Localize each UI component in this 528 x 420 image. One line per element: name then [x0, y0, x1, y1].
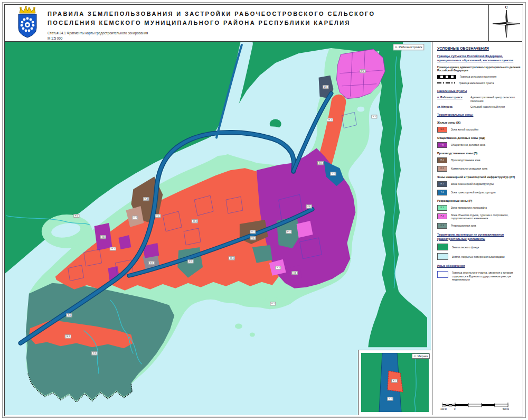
scale-bar: 100 м 0 500 м	[442, 402, 510, 413]
legend-divider	[432, 42, 432, 415]
compass-rose: С	[490, 5, 523, 40]
nature-islet-3	[250, 332, 255, 337]
settlement-desc: Административный центр сельского поселен…	[470, 96, 521, 102]
settlement-boundary-symbol	[437, 75, 456, 79]
zone-label: Производственная зона	[451, 158, 480, 162]
zone-label: Общественно-деловая зона	[451, 143, 485, 147]
nature-islet-1	[263, 297, 282, 309]
legend-zones-heading: Территориальные зоны:	[437, 113, 521, 117]
page-title: ПРАВИЛА ЗЕМЛЕПОЛЬЗОВАНИЯ И ЗАСТРОЙКИ РАБ…	[48, 10, 480, 27]
noreglament-label: Земли, покрытые поверхностными водами	[452, 255, 504, 259]
egrn-label: Граница земельного участка, сведения о к…	[452, 271, 521, 282]
inset-title: ст. Мягрека	[412, 353, 430, 359]
compass-divider	[488, 5, 489, 41]
subtitle-article: Статья 24.1 Фрагменты карты градостроите…	[48, 31, 480, 36]
noreglament-label: Земли лесного фонда	[452, 246, 479, 249]
legend-noreglament-heading: Территории, на которые не устанавливаютс…	[437, 233, 521, 241]
zone-swatch: И-1	[437, 181, 447, 187]
zone-group-title: Рекреационные зоны (Р)	[437, 199, 521, 202]
zone-label: Рекреационная зона	[451, 224, 476, 228]
egrn-parcel-swatch	[437, 271, 448, 278]
compass-star-icon	[491, 9, 522, 39]
zone-label: Зона природного ландшафта	[451, 206, 487, 210]
scale-label-zero: 0	[454, 408, 456, 410]
scale-bar-graphic	[442, 403, 510, 409]
forest-land-swatch	[437, 244, 448, 250]
settlement-name: ст. Мягрека	[437, 105, 467, 108]
settlement-desc: Сельский населенный пункт	[470, 105, 505, 109]
legend-item-label: Граница сельского поселения	[460, 75, 496, 79]
zone-label: Зона объектов отдыха, туризма и спортивн…	[451, 213, 521, 220]
zone-group-title: Производственные зоны (П)	[437, 152, 521, 155]
zone-swatch: Р-2	[437, 213, 447, 219]
legend-other-heading: Иные обозначения	[437, 264, 521, 268]
zone-swatch: Ж-1	[437, 127, 447, 133]
map-sheet: ПРАВИЛА ЗЕМЛЕПОЛЬЗОВАНИЯ И ЗАСТРОЙКИ РАБ…	[0, 0, 528, 420]
nature-islet-2	[235, 323, 242, 329]
inset-zone-label-residential: Ж-1	[391, 379, 398, 382]
compass-north-label: С	[490, 5, 523, 9]
legend-item-label: Граница населенного пункта	[459, 81, 494, 85]
legend-title: УСЛОВНЫЕ ОБОЗНАЧЕНИЯ	[437, 46, 521, 50]
surface-water-swatch	[437, 253, 448, 260]
coat-of-arms	[16, 6, 39, 41]
legend-borders-heading: Границы субъектов Российской Федерации, …	[437, 54, 521, 63]
zone-group-title: Зоны инженерной и транспортной инфрастру…	[437, 175, 521, 179]
zone-label: Зона транспортной инфраструктуры	[451, 191, 496, 194]
settlement-name: п. Рабочеостровск	[437, 96, 467, 99]
legend-settlements-heading: Населенные пункты	[437, 89, 521, 94]
zoning-map: п. РабочеостровскР-2И-1Ж-1Р-1Ж-1Т-1ОДП-1…	[5, 42, 431, 415]
zone-label: Коммунально-складская зона	[451, 167, 487, 171]
zone-swatch: Р-1	[437, 205, 447, 211]
scale-label-right: 500 м	[503, 408, 509, 410]
zone-swatch: Т-1	[437, 190, 447, 195]
zone-swatch: П-2	[437, 166, 447, 172]
zone-label: Зона жилой застройки	[451, 128, 478, 132]
legend-borders-subheading: Границы единиц административно-территори…	[437, 66, 521, 73]
zone-label: Зона инженерной инфраструктуры	[451, 182, 494, 186]
zone-group-title: Общественно-деловые зоны (ОД)	[437, 136, 521, 139]
zone-group-title: Жилые зоны (Ж)	[437, 121, 521, 124]
lake-3	[357, 107, 364, 112]
scale-label-left: 100 м	[440, 408, 447, 410]
subtitle-scale: М 1:5 000	[48, 36, 480, 41]
zone-swatch: П-1	[437, 157, 447, 163]
inset-map-myagreka: ст. Мягрека Ж-1 Т-1	[358, 350, 431, 415]
page-subtitle: Статья 24.1 Фрагменты карты градостроите…	[48, 31, 480, 41]
title-line-1: ПРАВИЛА ЗЕМЛЕПОЛЬЗОВАНИЯ И ЗАСТРОЙКИ РАБ…	[48, 10, 480, 18]
zone-swatch: ОД	[437, 142, 447, 148]
title-line-2: ПОСЕЛЕНИЯ КЕМСКОГО МУНИЦИПАЛЬНОГО РАЙОНА…	[48, 18, 480, 27]
legend-panel: УСЛОВНЫЕ ОБОЗНАЧЕНИЯ Границы субъектов Р…	[437, 46, 521, 282]
zone-swatch: Р-3	[437, 223, 447, 229]
locality-boundary-symbol	[437, 82, 455, 83]
inset-zone-label-transport: Т-1	[388, 397, 393, 400]
